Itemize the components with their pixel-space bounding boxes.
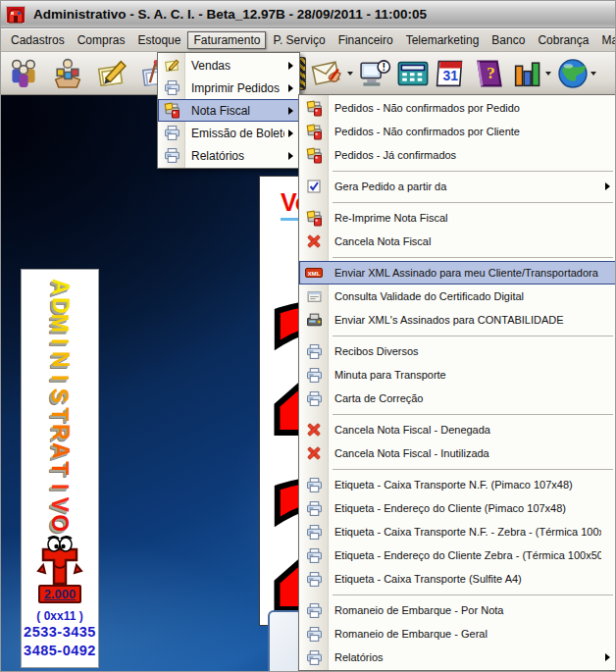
banner-letter: R: [51, 424, 70, 440]
banner-letter: N: [51, 351, 70, 368]
menu-item[interactable]: Consulta Validade do Certificado Digital: [299, 284, 616, 308]
banner-letter: I: [51, 338, 70, 344]
mascot-icon: [35, 536, 84, 591]
phone-number: 2533-3435: [24, 623, 96, 642]
menu-item[interactable]: Etiqueta - Endereço do Cliente (Pimaco 1…: [299, 496, 616, 520]
banner-letter: I: [51, 484, 70, 490]
menu-item[interactable]: Etiqueta - Caixa Transporte N.F. - Zebra…: [299, 520, 616, 543]
dropdown-caret-icon[interactable]: [545, 72, 551, 76]
faturamento-dropdown-menu: Vendas Imprimir Pedidos Nota Fiscal Emis…: [157, 52, 300, 169]
globe-icon: [556, 57, 590, 90]
menu-item[interactable]: Romaneio de Embarque - Por Nota: [299, 598, 616, 622]
menu-item[interactable]: Etiqueta - Caixa Transporte N.F. (Pimaco…: [299, 473, 616, 496]
menubar-item[interactable]: Estoque: [131, 31, 186, 49]
printer-icon: [299, 571, 329, 588]
computer-alert-icon: !: [358, 57, 391, 90]
printer-icon: [299, 602, 329, 619]
banner-letter: S: [51, 388, 70, 403]
printer-icon: [299, 547, 329, 564]
menu-item[interactable]: Relatórios: [158, 144, 299, 167]
menu-item[interactable]: Re-Imprime Nota Fiscal: [299, 206, 616, 230]
toolbar-button[interactable]: [7, 55, 40, 92]
menu-item[interactable]: Romaneio de Embarque - Geral: [299, 622, 616, 646]
menu-item[interactable]: Relatórios: [299, 646, 616, 669]
saci-app-icon: [6, 5, 26, 25]
menubar-item[interactable]: Manutenções: [595, 31, 616, 49]
menu-item[interactable]: XML Enviar XML Assinado para meu Cliente…: [299, 261, 616, 284]
printer-icon: [299, 649, 329, 666]
menu-item[interactable]: Nota Fiscal: [158, 99, 299, 122]
menu-item[interactable]: Emissão de Boletos: [158, 122, 299, 144]
phone-number: 3485-0492: [24, 642, 96, 660]
invoice-printer-icon: [299, 124, 329, 140]
banner-letter: V: [51, 497, 70, 512]
menu-item[interactable]: Cancela Nota Fiscal - Inutilizada: [299, 441, 616, 465]
menubar-item[interactable]: Cadastros: [5, 31, 71, 49]
banner-vertical-letters: ADMINISTRATIVO: [50, 278, 69, 532]
menubar-item[interactable]: Compras: [72, 31, 131, 49]
toolbar-button[interactable]: [556, 55, 596, 92]
printer-icon: [158, 125, 185, 141]
dropdown-caret-icon[interactable]: [590, 72, 596, 76]
svg-text:31: 31: [443, 68, 459, 83]
menu-item[interactable]: Cancela Nota Fiscal - Denegada: [299, 418, 616, 441]
menu-item[interactable]: Etiqueta - Caixa Transporte (Sulfite A4): [299, 567, 616, 591]
menu-item[interactable]: Pedidos - Não confirmados por Cliente: [299, 120, 616, 143]
submenu-arrow-icon: [288, 152, 293, 160]
toolbar-button[interactable]: [396, 55, 430, 92]
menubar-item[interactable]: Faturamento: [187, 31, 266, 49]
banner-letter: T: [51, 407, 70, 421]
menu-item[interactable]: Minuta para Transporte: [299, 363, 616, 387]
submenu-arrow-icon: [605, 653, 610, 661]
toolbar-button[interactable]: [511, 55, 551, 92]
submenu-arrow-icon: [288, 62, 293, 70]
menu-item[interactable]: Cancela Nota Fiscal: [299, 230, 616, 253]
menu-item[interactable]: Enviar XML's Assinados para CONTABILIDAD…: [299, 308, 616, 332]
fax-icon: [299, 312, 329, 329]
dropdown-caret-icon[interactable]: [347, 72, 353, 76]
toolbar-button[interactable]: [51, 55, 84, 92]
menu-separator: [299, 198, 616, 206]
menubar-item[interactable]: Financeiro: [333, 31, 399, 49]
toolbar-button[interactable]: 31: [435, 55, 468, 92]
menu-item[interactable]: Vendas: [158, 54, 299, 77]
order-pad-icon: [95, 57, 128, 90]
invoice-printer-icon: [299, 100, 329, 117]
help-book-icon: ?: [473, 57, 506, 90]
menu-item[interactable]: Pedidos - Não confirmados por Pedido: [299, 96, 616, 120]
menu-separator: [299, 591, 616, 598]
toolbar-left-group: [7, 52, 173, 95]
menu-separator: [299, 332, 616, 339]
menu-item[interactable]: Imprimir Pedidos: [158, 77, 299, 99]
menubar-item[interactable]: Banco: [486, 31, 531, 49]
toolbar-button[interactable]: ?: [473, 55, 506, 92]
menubar-item[interactable]: Cobrança: [532, 31, 594, 49]
toolbar-button[interactable]: !: [358, 55, 391, 92]
menu-separator: [299, 465, 616, 473]
toolbar: !31?: [1, 52, 616, 95]
title-bar: Administrativo - S. A. C. I. - Beta_12.9…: [1, 1, 616, 28]
certificate-icon: [299, 288, 329, 305]
printer-icon: [299, 367, 329, 384]
menu-item[interactable]: Carta de Correção: [299, 387, 616, 410]
printer-icon: [299, 524, 329, 541]
menu-item[interactable]: Etiqueta - Endereço do Cliente Zebra - (…: [299, 543, 616, 567]
checkbox-icon: [299, 179, 329, 194]
submenu-arrow-icon: [288, 129, 293, 137]
menu-item[interactable]: Recibos Diversos: [299, 339, 616, 363]
menubar-item[interactable]: P. Serviço: [267, 31, 331, 49]
toolbar-button[interactable]: [311, 55, 353, 92]
xml-badge-icon: XML: [299, 265, 329, 281]
toolbar-right-group: !31?: [293, 52, 596, 95]
menu-item[interactable]: Pedidos - Já confirmados: [299, 143, 616, 167]
menu-item[interactable]: Gera Pedido a partir da: [299, 175, 616, 198]
phone-area-code: ( 0xx11 ): [24, 609, 96, 623]
toolbar-button[interactable]: [95, 55, 128, 92]
cancel-x-icon: [299, 422, 329, 438]
administrativo-2000-banner: ADMINISTRATIVO 2.000 ( 0xx11 ) 2533-3435…: [21, 269, 99, 668]
menubar-item[interactable]: Telemarketing: [400, 31, 486, 49]
clients-chart-icon: [51, 57, 84, 90]
cancel-x-icon: [299, 445, 329, 461]
printer-icon: [299, 626, 329, 643]
printer-icon: [299, 390, 329, 407]
